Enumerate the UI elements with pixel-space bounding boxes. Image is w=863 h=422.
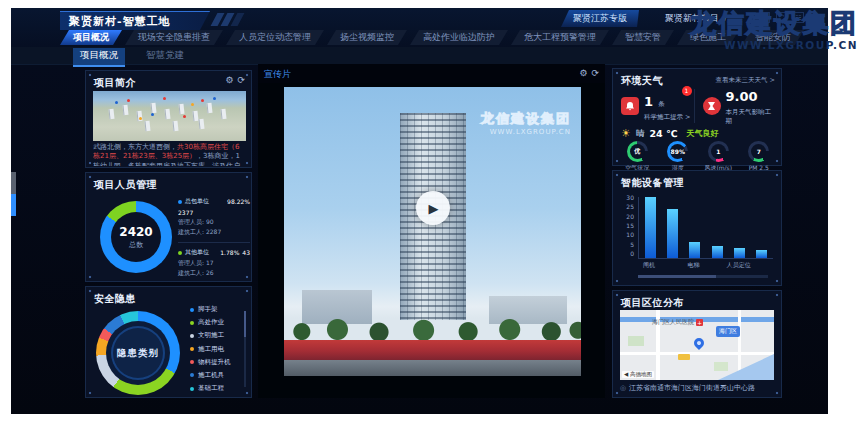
weather-stats: 1 条 科学施工提示 > 1 9.00 本月天气影响工期 xyxy=(621,89,775,123)
map-pin xyxy=(151,113,154,116)
region-version-button[interactable]: 聚贤江苏专版 xyxy=(561,10,639,27)
panel-title: 智能设备管理 xyxy=(621,176,684,190)
legend-dot xyxy=(178,200,182,204)
tab-green-construction[interactable]: 绿色施工 xyxy=(677,30,739,45)
legend-dot xyxy=(190,334,194,338)
legend-dot xyxy=(190,347,194,351)
project-address: ◎ 江苏省南通市海门区海门街道秀山中心路 xyxy=(620,383,755,393)
grid-icon[interactable]: ▦ xyxy=(759,12,770,23)
tab-smart-security[interactable]: 智慧安管 xyxy=(612,30,674,45)
map-road-tag xyxy=(678,354,690,360)
map-pin xyxy=(183,115,186,118)
legend-dot xyxy=(190,360,194,364)
building-block xyxy=(178,104,184,114)
project-selector[interactable]: 聚贤新村项目∨ xyxy=(665,12,727,25)
gear-icon[interactable]: ⚙ xyxy=(579,68,587,78)
hourglass-icon xyxy=(703,97,721,115)
dashboard: 聚贤新村-智慧工地 聚贤江苏专版 聚贤新村项目∨ ▦ ⛶ ☷ 项目概况 现场安全… xyxy=(11,8,828,414)
building-block xyxy=(198,119,204,129)
bar-column xyxy=(706,197,728,258)
map-provider-logo: ◀ 高德地图 xyxy=(622,371,654,378)
location-icon: ◎ xyxy=(620,384,626,392)
subtab-project-overview[interactable]: 项目概况 xyxy=(73,48,125,67)
tab-project-overview[interactable]: 项目概况 xyxy=(60,30,122,45)
legend-item: 其他单位 1.78% 43 xyxy=(178,248,250,257)
tab-smart-defense[interactable]: 智能安防 xyxy=(742,30,804,45)
main-tab-bar: 项目概况 现场安全隐患排查 人员定位动态管理 扬尘视频监控 高处作业临边防护 危… xyxy=(60,30,804,45)
tab-edge-protection[interactable]: 高处作业临边防护 xyxy=(410,30,508,45)
personnel-donut-chart: 2420 总数 xyxy=(100,201,172,273)
divider xyxy=(178,242,250,243)
video-player[interactable]: 龙信建设集团 WWW.LXGROUP.CN ▶ xyxy=(258,83,605,398)
app-title: 聚贤新村-智慧工地 xyxy=(69,14,171,29)
forecast-link[interactable]: 查看未来三天天气 > xyxy=(715,76,775,85)
current-weather: ☀ 晴 24 ℃ 天气良好 xyxy=(621,127,718,140)
scrollbar-thumb[interactable] xyxy=(244,311,246,337)
panel-actions: ⚙ ⟳ xyxy=(579,68,599,78)
legend-detail: 管理人员: 17 建筑工人: 26 xyxy=(178,259,250,278)
hospital-cross-icon: + xyxy=(696,319,703,326)
header-icon-group: ▦ ⛶ ☷ xyxy=(759,12,804,23)
legend-item: 总包单位 98.22% 2377 xyxy=(178,197,250,216)
scrollbar-thumb[interactable] xyxy=(638,275,716,278)
building-block xyxy=(220,109,226,119)
bar-column xyxy=(728,197,750,258)
donut-center: 2420 总数 xyxy=(111,212,161,262)
bar xyxy=(756,250,767,258)
legend-dot xyxy=(190,387,194,391)
map-pin xyxy=(127,99,130,102)
legend-detail: 管理人员: 90 建筑工人: 2287 xyxy=(178,218,250,237)
panel-devices: 智能设备管理 3025 2015 105 0 闸机 电梯 人员定位 xyxy=(612,170,782,286)
video-watermark: 龙信建设集团 WWW.LXGROUP.CN xyxy=(481,111,571,137)
legend-item: 施工用电 xyxy=(190,345,242,354)
user-icon[interactable]: ☷ xyxy=(793,12,804,23)
map-green-area xyxy=(628,336,644,346)
weather-delay-card: 9.00 本月天气影响工期 xyxy=(694,89,776,123)
tab-major-project-warning[interactable]: 危大工程预警管理 xyxy=(511,30,609,45)
map-label-hospital: 海门区人民医院 + xyxy=(652,318,703,327)
map-road xyxy=(620,352,774,355)
legend-item: 基础工程 xyxy=(190,384,242,393)
fullscreen-icon[interactable]: ⛶ xyxy=(776,12,787,23)
chart-scrollbar[interactable] xyxy=(638,275,768,278)
map-pin xyxy=(163,97,166,100)
legend-item: 施工机具 xyxy=(190,371,242,380)
map-pin xyxy=(139,117,142,120)
play-button[interactable]: ▶ xyxy=(416,191,450,225)
tab-personnel-location[interactable]: 人员定位动态管理 xyxy=(226,30,324,45)
building-block xyxy=(122,105,128,115)
y-axis: 3025 2015 105 0 xyxy=(619,195,634,257)
gauge-humidity: 89% 湿度 xyxy=(658,141,699,173)
chevron-down-icon: ∨ xyxy=(722,15,727,23)
handle-bottom xyxy=(11,194,16,216)
panel-video: 宣传片 ⚙ ⟳ 龙信建设集团 WWW.LXGROUP.CN ▶ xyxy=(258,64,605,398)
panel-title: 项目区位分布 xyxy=(621,296,684,310)
map-green-area xyxy=(714,362,728,371)
legend-dot xyxy=(190,321,194,325)
refresh-icon[interactable]: ⟳ xyxy=(237,75,245,85)
construction-tip-card[interactable]: 1 条 科学施工提示 > 1 xyxy=(621,89,694,123)
map-pin xyxy=(201,99,204,102)
bar xyxy=(667,209,678,258)
tab-dust-video[interactable]: 扬尘视频监控 xyxy=(327,30,407,45)
gauge-air: 优 空气状况 xyxy=(617,141,658,173)
refresh-icon[interactable]: ⟳ xyxy=(591,68,599,78)
panel-hazard: 安全隐患 隐患类别 脚手架 高处作业 文明施工 施工用电 物料提升机 施工机具 … xyxy=(85,286,252,398)
legend-dot xyxy=(178,251,182,255)
subtab-party-building[interactable]: 智慧党建 xyxy=(139,48,191,67)
gauge-ring: 7 xyxy=(748,141,769,162)
flower-bed xyxy=(284,340,581,360)
legend-scrollbar[interactable] xyxy=(244,311,246,387)
project-location-pin xyxy=(692,336,706,350)
bar xyxy=(645,197,656,258)
panel-title: 安全隐患 xyxy=(94,292,136,306)
project-description: 武路北侧，东方大道西侧，共30栋高层住宅（6栋21层、21栋23层、3栋25层）… xyxy=(93,143,246,166)
panel-title: 项目简介 xyxy=(94,76,136,90)
legend-dot xyxy=(190,308,194,312)
personnel-legend: 总包单位 98.22% 2377 管理人员: 90 建筑工人: 2287 其他单… xyxy=(178,197,250,278)
map-canvas[interactable]: 海门区人民医院 + 海门区 ◀ 高德地图 xyxy=(620,310,774,380)
gear-icon[interactable]: ⚙ xyxy=(225,75,233,85)
tab-safety-hazard[interactable]: 现场安全隐患排查 xyxy=(125,30,223,45)
building-block xyxy=(206,103,212,113)
sidebar-collapse-handle[interactable] xyxy=(11,172,16,216)
